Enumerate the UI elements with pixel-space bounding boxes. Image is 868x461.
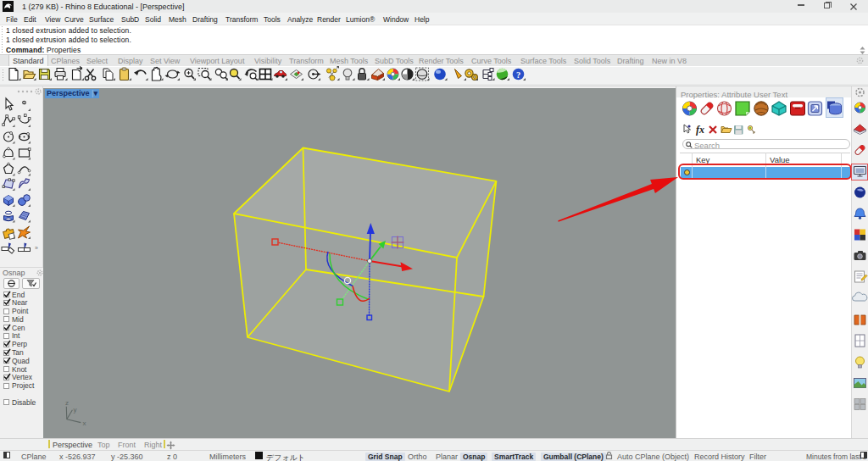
svg-text:fx: fx: [696, 124, 704, 136]
svg-text:»: »: [35, 245, 38, 251]
svg-text:?: ?: [516, 70, 520, 80]
svg-text:y: y: [74, 406, 77, 414]
svg-text:z: z: [65, 399, 69, 407]
svg-text:x: x: [83, 419, 86, 427]
